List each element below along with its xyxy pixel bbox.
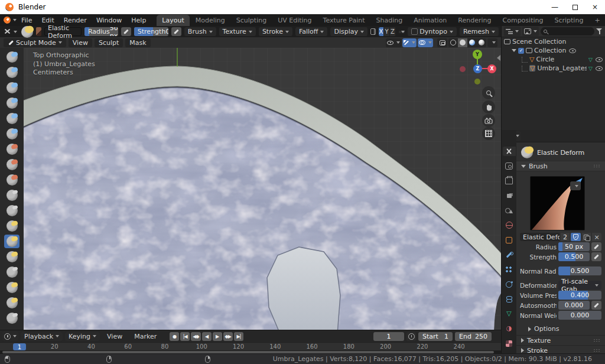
collapsed-panel-header[interactable]: Stroke (516, 345, 605, 353)
users-count-button[interactable]: 2 (561, 233, 570, 241)
disclosure-triangle-icon[interactable] (512, 49, 516, 52)
toggle-orthographic-button[interactable] (482, 127, 495, 140)
sidebar-collapse-arrow[interactable] (497, 55, 500, 61)
sculpt-tool-button[interactable] (4, 112, 19, 125)
sculpt-tool-button[interactable] (4, 50, 19, 64)
tab-world[interactable] (503, 220, 516, 230)
collection-checkbox[interactable]: ✓ (518, 48, 524, 54)
close-button[interactable]: × (585, 0, 605, 14)
shading-options-button[interactable] (487, 38, 497, 47)
workspace-tab[interactable]: Texture Paint (318, 15, 370, 26)
sculpt-tool-button[interactable] (4, 265, 19, 279)
workspace-tab[interactable]: UV Editing (272, 15, 317, 26)
app-menu-button[interactable] (4, 16, 11, 24)
collapsed-panel-header[interactable]: Texture (516, 335, 605, 345)
sculpt-tool-button[interactable] (4, 127, 19, 141)
dyntopo-checkbox[interactable] (411, 28, 418, 35)
transport-button[interactable]: ◀◆ (191, 332, 200, 341)
navigation-gizmo[interactable]: Y Z X (455, 48, 501, 89)
pressure-toggle[interactable] (591, 301, 601, 310)
strength-pressure-toggle[interactable] (171, 27, 181, 36)
gizmo-axis-z[interactable]: Z (473, 64, 482, 73)
workspace-tab[interactable]: + (589, 15, 605, 26)
workspace-tab[interactable]: Compositing (497, 15, 549, 26)
tool-header-dropdown[interactable]: Falloff (295, 27, 327, 36)
transport-button[interactable]: ◀ (202, 332, 212, 341)
menubar-item[interactable]: Render (59, 17, 92, 24)
playback-dropdown[interactable]: Playback (21, 332, 63, 341)
tab-physics[interactable] (503, 280, 516, 289)
frame-end-field[interactable]: End250 (455, 332, 492, 341)
sculpt-tool-button[interactable] (4, 66, 19, 79)
property-slider[interactable]: 0.500 (558, 266, 601, 275)
outliner-row[interactable]: ✓ Collection (502, 46, 605, 55)
transport-button[interactable]: |◀ (180, 332, 190, 341)
sculpt-tool-button[interactable] (4, 188, 19, 202)
shading-solid-button[interactable] (458, 38, 467, 47)
tab-modifiers[interactable] (503, 250, 516, 259)
tab-render[interactable] (503, 161, 516, 171)
tab-texture[interactable] (503, 339, 516, 348)
playhead[interactable]: 1 (13, 343, 26, 350)
outliner-search-input[interactable] (541, 27, 594, 35)
sculpt-tool-button[interactable] (4, 296, 19, 310)
menubar-item[interactable]: Window (92, 17, 126, 24)
transport-button[interactable]: ▶| (234, 332, 243, 341)
sculpt-tool-button[interactable] (4, 250, 19, 264)
tab-tool[interactable] (503, 147, 516, 156)
hide-in-viewport-toggle[interactable] (596, 66, 603, 71)
current-frame-field[interactable]: 1 (373, 332, 404, 341)
property-slider[interactable]: 50 px (558, 242, 590, 251)
keying-dropdown[interactable]: Keying (65, 332, 100, 341)
panel-grip-icon[interactable] (593, 349, 600, 352)
transport-button[interactable]: ▶ (213, 332, 222, 341)
outliner-item-label[interactable]: Umbra_Legates (537, 64, 587, 72)
duplicate-brush-button[interactable] (582, 233, 591, 241)
timeline-view-menu[interactable]: View (102, 333, 127, 340)
sculpt-tool-button[interactable] (4, 173, 19, 187)
sculpt-tool-button[interactable] (4, 281, 19, 294)
workspace-tab[interactable]: Shading (371, 15, 408, 26)
gizmo-axis-x[interactable]: X (487, 64, 496, 73)
tool-header-dropdown[interactable]: Display (330, 27, 367, 36)
workspace-tab[interactable]: Layout (157, 15, 189, 26)
outliner-editor-type-button[interactable] (504, 27, 521, 36)
tab-constraints[interactable] (503, 294, 516, 304)
workspace-tab[interactable]: Modeling (190, 15, 230, 26)
symmetry-options-button[interactable] (399, 31, 405, 33)
remesh-dropdown[interactable]: Remesh (460, 27, 499, 36)
shading-material-button[interactable] (467, 38, 477, 47)
symmetry-axis-toggle[interactable]: Z (390, 27, 396, 36)
menubar-item[interactable]: Edit (37, 17, 58, 24)
menubar-item[interactable]: Help (126, 17, 151, 24)
workspace-tab[interactable]: Animation (408, 15, 452, 26)
radius-pressure-toggle[interactable] (121, 27, 131, 36)
tab-scene[interactable] (503, 206, 516, 215)
sculpt-tool-button[interactable] (4, 235, 19, 248)
zoom-button[interactable] (482, 86, 495, 99)
brush-preview-dropdown[interactable] (570, 181, 581, 190)
workspace-tab[interactable]: Rendering (453, 15, 496, 26)
tab-object-data[interactable]: ▽ (503, 309, 516, 318)
frame-start-field[interactable]: Start1 (418, 332, 453, 341)
filter-icon[interactable] (596, 28, 603, 34)
maximize-button[interactable] (565, 0, 585, 14)
outliner-item-label[interactable]: Collection (534, 47, 566, 54)
radius-slider[interactable]: Radius 50 px (84, 27, 118, 36)
shading-rendered-button[interactable] (477, 38, 486, 47)
gizmo-axis-y[interactable]: Y (473, 50, 482, 59)
timeline-editor-type-button[interactable] (2, 332, 18, 341)
sculpt-tool-button[interactable] (4, 142, 19, 156)
tab-view-layer[interactable] (503, 191, 516, 200)
minimize-button[interactable]: — (545, 0, 565, 14)
property-slider[interactable]: 0.000 (558, 301, 590, 310)
gizmo-axis-y-neg[interactable] (474, 79, 480, 84)
mode-dropdown[interactable]: Sculpt Mode (4, 38, 66, 47)
panel-grip-icon[interactable] (593, 339, 600, 342)
pressure-toggle[interactable] (591, 242, 601, 251)
hide-in-viewport-toggle[interactable] (596, 57, 603, 62)
viewport-menu[interactable]: Mask (125, 38, 150, 47)
unlink-brush-button[interactable]: × (592, 233, 601, 241)
workspace-tab[interactable]: Scripting (549, 15, 588, 26)
tab-output[interactable] (503, 176, 516, 186)
